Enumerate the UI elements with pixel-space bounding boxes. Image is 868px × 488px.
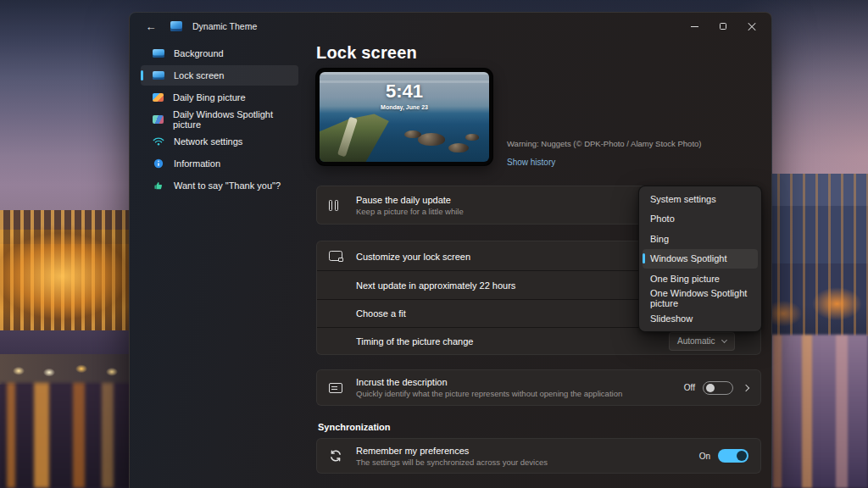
pause-icon (329, 200, 348, 211)
selection-accent-bar (141, 70, 143, 80)
dropdown-item-label: One Windows Spotlight picture (650, 288, 758, 308)
sidebar-item-information[interactable]: Information (141, 153, 298, 174)
timing-combobox[interactable]: Automatic (669, 332, 735, 351)
row-title: Choose a fit (356, 308, 406, 319)
close-button[interactable] (737, 13, 766, 40)
sidebar-item-daily-bing[interactable]: Daily Bing picture (141, 87, 298, 108)
dropdown-item-system-settings[interactable]: System settings (643, 189, 758, 209)
sidebar-item-lock-screen[interactable]: Lock screen (141, 65, 298, 86)
dropdown-item-bing[interactable]: Bing (643, 229, 758, 249)
preview-clock: 5:41 Monday, June 23 (320, 80, 489, 110)
back-button[interactable]: ← (142, 17, 160, 36)
image-credit-text: Warning: Nuggets (© DPK-Photo / Alamy St… (507, 139, 701, 148)
combobox-value: Automatic (677, 336, 715, 346)
app-window: ← Dynamic Theme Background Lock screen (129, 12, 772, 488)
row-title: Incrust the description (356, 377, 622, 387)
wallpaper-left-building (0, 210, 137, 330)
row-title: Next update in approximately 22 hours (356, 280, 515, 291)
toggle-state-label: On (699, 452, 710, 461)
sidebar-item-label: Daily Bing picture (173, 92, 246, 103)
sync-icon (329, 450, 348, 462)
titlebar: ← Dynamic Theme (130, 13, 771, 40)
app-title: Dynamic Theme (192, 21, 257, 31)
preview-date: Monday, June 23 (320, 104, 489, 110)
toggle-knob (706, 384, 715, 392)
sidebar-item-label: Network settings (174, 136, 242, 147)
sidebar: Background Lock screen Daily Bing pictur… (141, 43, 298, 197)
preview-time: 5:41 (320, 80, 489, 103)
row-subtitle: Quickly identify what the picture repres… (356, 389, 622, 398)
chevron-right-icon (743, 384, 749, 391)
toggle-knob (737, 451, 747, 461)
dropdown-item-windows-spotlight[interactable]: Windows Spotlight (643, 249, 758, 269)
source-dropdown-flyout: System settings Photo Bing Windows Spotl… (638, 186, 762, 332)
sidebar-item-label: Lock screen (174, 70, 224, 80)
sidebar-item-daily-spotlight[interactable]: Daily Windows Spotlight picture (141, 109, 298, 130)
row-subtitle: Keep a picture for a little while (356, 207, 464, 216)
customize-screen-icon (329, 251, 348, 261)
incrust-toggle[interactable] (703, 381, 733, 395)
dropdown-item-photo[interactable]: Photo (643, 209, 758, 230)
wallpaper-left-road (0, 354, 137, 385)
preview-rock (448, 143, 469, 153)
maximize-button[interactable] (709, 13, 737, 40)
dropdown-item-label: Photo (650, 214, 675, 224)
maximize-icon (720, 23, 726, 30)
sidebar-item-thank-you[interactable]: Want to say "Thank you"? (141, 175, 298, 196)
sidebar-item-label: Daily Windows Spotlight picture (173, 109, 298, 130)
minimize-button[interactable] (680, 13, 709, 40)
dropdown-item-label: One Bing picture (650, 274, 720, 284)
row-title: Remember my preferences (356, 446, 548, 456)
incrust-description-row[interactable]: Incrust the description Quickly identify… (316, 369, 761, 406)
wifi-icon (153, 136, 164, 147)
spotlight-picture-icon (153, 115, 164, 124)
sidebar-item-label: Background (174, 48, 224, 58)
preview-rock (465, 134, 479, 140)
show-history-link[interactable]: Show history (507, 158, 555, 167)
dropdown-item-label: Slideshow (650, 313, 693, 324)
page-title: Lock screen (316, 43, 417, 63)
dropdown-item-label: System settings (650, 194, 716, 204)
caption-buttons (680, 13, 766, 40)
sidebar-item-label: Information (174, 158, 220, 169)
row-title: Pause the daily update (356, 195, 464, 205)
remember-toggle[interactable] (718, 449, 748, 463)
remember-preferences-row[interactable]: Remember my preferences The settings wil… (316, 438, 761, 474)
dropdown-item-one-bing-picture[interactable]: One Bing picture (643, 269, 758, 289)
minimize-icon (691, 26, 698, 27)
row-title: Timing of the picture change (356, 336, 473, 347)
toggle-state-label: Off (684, 383, 695, 392)
dropdown-item-one-windows-spotlight-picture[interactable]: One Windows Spotlight picture (643, 289, 758, 309)
chevron-down-icon (721, 337, 727, 343)
dropdown-item-label: Windows Spotlight (650, 253, 727, 263)
wallpaper-right-buildings (765, 174, 868, 336)
preview-rock (418, 133, 445, 146)
dropdown-item-slideshow[interactable]: Slideshow (643, 308, 758, 329)
bing-picture-icon (153, 93, 164, 102)
app-icon (170, 21, 182, 31)
sidebar-item-label: Want to say "Thank you"? (174, 180, 281, 191)
row-subtitle: The settings will be synchronized across… (356, 458, 548, 467)
section-header-synchronization: Synchronization (318, 422, 391, 432)
selection-accent-bar (643, 253, 645, 263)
close-icon (748, 22, 756, 30)
desktop: ← Dynamic Theme Background Lock screen (0, 0, 868, 488)
info-icon (153, 158, 164, 169)
thumbs-up-icon (153, 180, 164, 191)
wallpaper-right-water (765, 335, 868, 488)
lock-screen-icon (153, 71, 164, 80)
lock-screen-preview: 5:41 Monday, June 23 (316, 69, 492, 165)
sidebar-item-network[interactable]: Network settings (141, 131, 298, 152)
description-icon (329, 383, 348, 393)
sidebar-item-background[interactable]: Background (141, 43, 298, 64)
preview-image: 5:41 Monday, June 23 (320, 72, 489, 162)
background-icon (153, 49, 164, 58)
row-title: Customize your lock screen (356, 252, 470, 262)
dropdown-item-label: Bing (650, 234, 669, 244)
wallpaper-left-water (0, 383, 137, 488)
